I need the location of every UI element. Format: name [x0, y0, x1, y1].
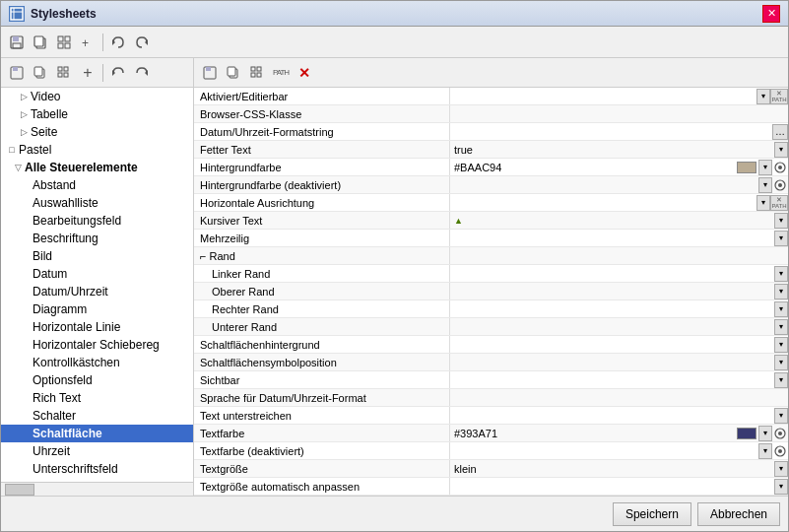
left-scrollbar-thumb[interactable] [5, 484, 34, 496]
prop-dropdown-textfarbe-deak[interactable]: ▾ [758, 443, 772, 459]
prop-circle-hintergrundf-deak[interactable] [772, 177, 788, 193]
prop-dropdown-kursiver-text[interactable]: ▾ [774, 213, 788, 229]
prop-name-text-unterstr: Text unterstreichen [194, 407, 450, 424]
tree-item-horizontaler-schiebereg[interactable]: Horizontaler Schiebereg [1, 336, 193, 354]
toolbar-add-btn[interactable]: + [77, 32, 99, 53]
prop-row-schaltflaechens: Schaltflächensymbolposition ▾ [194, 354, 788, 371]
toolbar-redo-btn[interactable] [131, 32, 153, 53]
prop-circle-hintergrundf[interactable] [772, 160, 788, 175]
svg-rect-10 [58, 43, 63, 48]
tree-item-seite[interactable]: ▷ Seite [1, 123, 193, 141]
right-grid-btn[interactable] [246, 62, 268, 84]
tree-item-optionsfeld[interactable]: Optionsfeld [1, 371, 193, 389]
prop-dropdown-textfarbe[interactable]: ▾ [758, 426, 772, 441]
prop-circle-textfarbe[interactable] [772, 426, 788, 441]
prop-dropdown-schaltflaechenh[interactable]: ▾ [774, 337, 788, 353]
right-xpath-btn[interactable]: PATH [270, 62, 292, 84]
prop-dropdown-text-unterstr[interactable]: ▾ [774, 408, 788, 424]
toolbar-copy-btn[interactable] [30, 32, 51, 53]
close-button[interactable]: ✕ [762, 5, 780, 23]
svg-rect-9 [65, 36, 70, 41]
prop-value-textfarbe-deak [450, 442, 758, 459]
right-save-btn[interactable] [199, 62, 221, 84]
prop-dropdown-unterer-rand[interactable]: ▾ [774, 319, 788, 335]
tree-area[interactable]: ▷ Video ▷ Tabelle ▷ Seite □ Pastel [1, 88, 193, 482]
left-grid-btn[interactable] [53, 62, 75, 84]
prop-name-textfarbe-deak: Textfarbe (deaktiviert) [194, 442, 450, 459]
prop-circle-textfarbe-deak[interactable] [772, 443, 788, 459]
prop-dropdown-schaltflaechens[interactable]: ▾ [774, 355, 788, 370]
prop-dropdown-aktiviert[interactable]: ▾ [756, 89, 770, 104]
color-swatch-hintergrundf[interactable] [737, 162, 756, 173]
tree-item-auswahlliste[interactable]: Auswahlliste [1, 194, 193, 212]
svg-rect-16 [13, 67, 18, 71]
prop-value-schaltflaechenh [450, 336, 774, 353]
expander-tabelle[interactable]: ▷ [17, 107, 31, 121]
left-undo-btn[interactable] [107, 62, 129, 84]
prop-dropdown-hintergrundf-deak[interactable]: ▾ [758, 177, 772, 193]
prop-dropdown-rechter-rand[interactable]: ▾ [774, 301, 788, 317]
prop-name-linker-rand: Linker Rand [194, 265, 450, 282]
prop-dropdown-oberer-rand[interactable]: ▾ [774, 284, 788, 299]
tree-item-unterschriftsfeld[interactable]: Unterschriftsfeld [1, 460, 193, 478]
prop-dropdown-textgroesse[interactable]: ▾ [774, 461, 788, 477]
tree-item-schalter[interactable]: Schalter [1, 407, 193, 425]
left-redo-btn[interactable] [131, 62, 153, 84]
prop-dropdown-sichtbar[interactable]: ▾ [774, 372, 788, 388]
toolbar-undo-btn[interactable] [107, 32, 129, 53]
tree-item-rich-text[interactable]: Rich Text [1, 389, 193, 407]
right-delete-btn[interactable]: ✕ [294, 62, 315, 84]
prop-value-unterer-rand [450, 318, 774, 335]
left-save-btn[interactable] [6, 62, 28, 84]
expander-video[interactable]: ▷ [17, 90, 31, 103]
svg-point-34 [778, 166, 782, 169]
tree-item-alle[interactable]: ▽ Alle Steuerelemente [1, 159, 193, 176]
prop-name-textgroesse-auto: Textgröße automatisch anpassen [194, 478, 450, 495]
tree-item-bearbeitungsfeld[interactable]: Bearbeitungsfeld [1, 212, 193, 230]
prop-row-mehrzeilig: Mehrzeilig ▾ [194, 230, 788, 247]
tree-item-kontrollkaestchen[interactable]: Kontrollkästchen [1, 354, 193, 371]
prop-dropdown-linker-rand[interactable]: ▾ [774, 266, 788, 282]
tree-item-horizontale-linie[interactable]: Horizontale Linie [1, 318, 193, 336]
prop-dropdown-textgroesse-auto[interactable]: ▾ [774, 479, 788, 495]
left-panel-toolbar: + [1, 58, 193, 88]
expander-pastel[interactable]: □ [5, 143, 19, 157]
prop-value-sichtbar [450, 371, 774, 388]
expander-seite[interactable]: ▷ [17, 125, 31, 139]
prop-x-aktiviert[interactable]: ✕ PATH [770, 89, 788, 104]
expander-alle[interactable]: ▽ [11, 161, 25, 174]
prop-dropdown-fetter-text[interactable]: ▾ [774, 142, 788, 158]
cancel-button[interactable]: Abbrechen [697, 502, 780, 526]
prop-controls-textfarbe: ▾ [737, 425, 788, 441]
tree-item-abstand[interactable]: Abstand [1, 176, 193, 194]
title-bar: Stylesheets ✕ [1, 1, 788, 27]
tree-item-pastel[interactable]: □ Pastel [1, 141, 193, 159]
tree-item-diagramm[interactable]: Diagramm [1, 300, 193, 318]
prop-xpath-horiz-ausricht[interactable]: ✕ PATH [770, 195, 788, 211]
left-scrollbar-x[interactable] [1, 482, 193, 496]
tree-item-video[interactable]: ▷ Video [1, 88, 193, 105]
prop-value-textfarbe: #393A71 [450, 425, 737, 441]
toolbar-grid-btn[interactable] [53, 32, 75, 53]
toolbar-save-btn[interactable] [6, 32, 28, 53]
tree-item-uhrzeit[interactable]: Uhrzeit [1, 442, 193, 460]
tree-item-beschriftung[interactable]: Beschriftung [1, 230, 193, 247]
tree-item-datum-uhrzeit[interactable]: Datum/Uhrzeit [1, 283, 193, 300]
tree-item-schaltflaeche[interactable]: Schaltfläche [1, 425, 193, 442]
prop-dropdown-horiz-ausricht[interactable]: ▾ [756, 195, 770, 211]
prop-name-schaltflaechens: Schaltflächensymbolposition [194, 354, 450, 370]
left-add-btn[interactable]: + [77, 62, 99, 84]
tree-item-bild[interactable]: Bild [1, 247, 193, 265]
prop-dots-datum-format[interactable]: … [772, 124, 788, 140]
prop-value-aktiviert [450, 88, 756, 104]
save-button[interactable]: Speichern [613, 502, 691, 526]
prop-dropdown-mehrzeilig[interactable]: ▾ [774, 231, 788, 246]
left-copy-btn[interactable] [30, 62, 51, 84]
prop-controls-schaltflaechens: ▾ [774, 354, 788, 370]
right-copy-btn[interactable] [223, 62, 244, 84]
color-swatch-textfarbe[interactable] [737, 428, 756, 439]
tree-item-tabelle[interactable]: ▷ Tabelle [1, 105, 193, 123]
prop-value-rand [450, 247, 788, 264]
prop-dropdown-hintergrundf[interactable]: ▾ [758, 160, 772, 175]
tree-item-datum[interactable]: Datum [1, 265, 193, 283]
